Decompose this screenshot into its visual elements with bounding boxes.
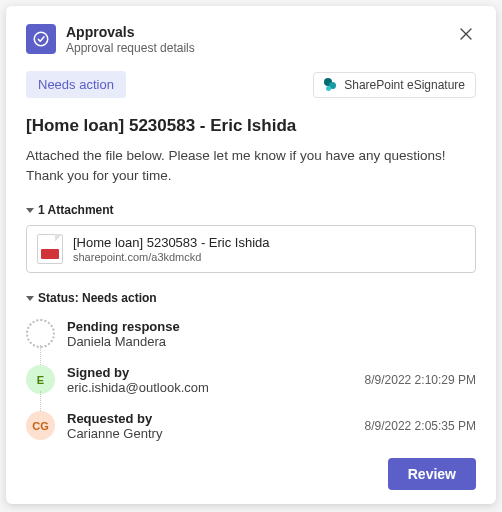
status-timeline: Pending response Daniela Mandera E Signe…: [26, 313, 476, 451]
timeline-label: Requested by: [67, 411, 353, 426]
approvals-app-icon: [26, 24, 56, 54]
status-header[interactable]: Status: Needs action: [26, 291, 476, 305]
close-icon: [459, 27, 473, 41]
avatar-pending: [26, 319, 55, 348]
svg-point-0: [34, 32, 48, 46]
sharepoint-esignature-badge: SharePoint eSignature: [313, 72, 476, 98]
timeline-time: 8/9/2022 2:10:29 PM: [365, 373, 476, 387]
close-button[interactable]: [456, 24, 476, 44]
dialog-header: Approvals Approval request details: [26, 24, 476, 55]
timeline-user: Carianne Gentry: [67, 426, 353, 441]
timeline-user: eric.ishida@outlook.com: [67, 380, 353, 395]
attachment-link: sharepoint.com/a3kdmckd: [73, 251, 270, 263]
approval-dialog: Approvals Approval request details Needs…: [6, 6, 496, 504]
timeline-item-requested: CG Requested by Carianne Gentry 8/9/2022…: [26, 405, 476, 451]
request-body: Attached the file below. Please let me k…: [26, 146, 476, 185]
timeline-item-pending: Pending response Daniela Mandera: [26, 313, 476, 359]
avatar: E: [26, 365, 55, 394]
status-label: Status: Needs action: [38, 291, 157, 305]
timeline-item-signed: E Signed by eric.ishida@outlook.com 8/9/…: [26, 359, 476, 405]
attachments-count: 1 Attachment: [38, 203, 114, 217]
review-button[interactable]: Review: [388, 458, 476, 490]
timeline-label: Pending response: [67, 319, 464, 334]
attachments-header[interactable]: 1 Attachment: [26, 203, 476, 217]
timeline-time: 8/9/2022 2:05:35 PM: [365, 419, 476, 433]
avatar: CG: [26, 411, 55, 440]
dialog-subtitle: Approval request details: [66, 41, 446, 55]
timeline-user: Daniela Mandera: [67, 334, 464, 349]
chevron-down-icon: [26, 208, 34, 213]
sharepoint-icon: [324, 78, 338, 92]
sharepoint-label: SharePoint eSignature: [344, 78, 465, 92]
status-badge-needs-action: Needs action: [26, 71, 126, 98]
attachment-name: [Home loan] 5230583 - Eric Ishida: [73, 235, 270, 250]
request-title: [Home loan] 5230583 - Eric Ishida: [26, 116, 476, 136]
dialog-title: Approvals: [66, 24, 446, 40]
chevron-down-icon: [26, 296, 34, 301]
pdf-file-icon: [37, 234, 63, 264]
attachment-item[interactable]: [Home loan] 5230583 - Eric Ishida sharep…: [26, 225, 476, 273]
timeline-label: Signed by: [67, 365, 353, 380]
